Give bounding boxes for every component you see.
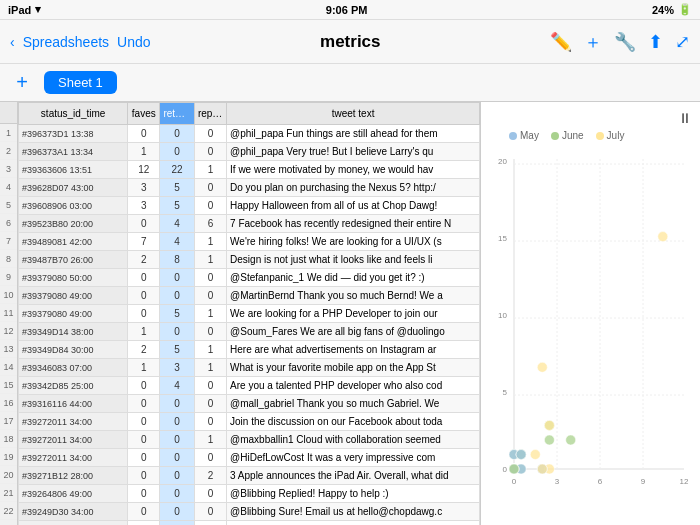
cell-retweets[interactable]: 5: [160, 305, 194, 323]
cell-retweets[interactable]: 8: [160, 251, 194, 269]
cell-replies[interactable]: 1: [194, 305, 226, 323]
sheet-tab[interactable]: Sheet 1: [44, 71, 117, 94]
cell-tweet-text[interactable]: @maxbballin1 Cloud with collaboration se…: [227, 431, 480, 449]
cell-faves[interactable]: 0: [128, 395, 160, 413]
cell-tweet-text[interactable]: 7 Facebook has recently redesigned their…: [227, 215, 480, 233]
cell-status-id-time[interactable]: #39342D85 25:00: [19, 377, 128, 395]
cell-status-id-time[interactable]: #39264806 49:00: [19, 485, 128, 503]
cell-replies[interactable]: 0: [194, 125, 226, 143]
cell-retweets[interactable]: 0: [160, 269, 194, 287]
undo-button[interactable]: Undo: [117, 34, 150, 50]
cell-retweets[interactable]: 5: [160, 341, 194, 359]
cell-retweets[interactable]: 22: [160, 161, 194, 179]
cell-tweet-text[interactable]: @MartinBernd Thank you so much Bernd! We…: [227, 287, 480, 305]
cell-faves[interactable]: 1: [128, 323, 160, 341]
cell-tweet-text[interactable]: @phil_papa Fun things are still ahead fo…: [227, 125, 480, 143]
cell-replies[interactable]: 0: [194, 521, 226, 526]
cell-faves[interactable]: 1: [128, 359, 160, 377]
cell-faves[interactable]: 0: [128, 449, 160, 467]
cell-status-id-time[interactable]: #39249D30 34:00: [19, 503, 128, 521]
cell-tweet-text[interactable]: If we were motivated by money, we would …: [227, 161, 480, 179]
table-row[interactable]: #39487B70 26:00281Design is not just wha…: [19, 251, 480, 269]
cell-status-id-time[interactable]: #39489081 42:00: [19, 233, 128, 251]
cell-tweet-text[interactable]: @Blibbing Replied! Happy to help :): [227, 485, 480, 503]
cell-tweet-text[interactable]: Do you plan on purchasing the Nexus 5? h…: [227, 179, 480, 197]
cell-retweets[interactable]: 0: [160, 323, 194, 341]
chart-pause-button[interactable]: ⏸: [678, 110, 692, 126]
cell-status-id-time[interactable]: #39363606 13:51: [19, 161, 128, 179]
table-row[interactable]: #39342D85 25:00040Are you a talented PHP…: [19, 377, 480, 395]
cell-replies[interactable]: 0: [194, 197, 226, 215]
cell-status-id-time[interactable]: #396373D1 13:38: [19, 125, 128, 143]
add-sheet-button[interactable]: +: [8, 69, 36, 97]
cell-retweets[interactable]: 4: [160, 215, 194, 233]
cell-replies[interactable]: 0: [194, 503, 226, 521]
cell-replies[interactable]: 2: [194, 467, 226, 485]
table-row[interactable]: #39379080 49:00000@MartinBernd Thank you…: [19, 287, 480, 305]
cell-tweet-text[interactable]: @mall_gabriel Thank you so much Gabriel.…: [227, 395, 480, 413]
table-row[interactable]: #39271B12 28:000023 Apple announces the …: [19, 467, 480, 485]
cell-faves[interactable]: 0: [128, 413, 160, 431]
cell-tweet-text[interactable]: @HiDefLowCost It was a very impressive c…: [227, 449, 480, 467]
cell-replies[interactable]: 1: [194, 233, 226, 251]
col-tweet-text[interactable]: tweet text: [227, 103, 480, 125]
table-row[interactable]: #39349D14 38:00100@Soum_Fares We are all…: [19, 323, 480, 341]
cell-retweets[interactable]: 3: [160, 359, 194, 377]
cell-status-id-time[interactable]: #39346083 07:00: [19, 359, 128, 377]
cell-faves[interactable]: 0: [128, 485, 160, 503]
table-row[interactable]: #39489081 42:00741We're hiring folks! We…: [19, 233, 480, 251]
cell-tweet-text[interactable]: We are looking for a PHP Developer to jo…: [227, 305, 480, 323]
cell-tweet-text[interactable]: Happy Halloween from all of us at Chop D…: [227, 197, 480, 215]
cell-replies[interactable]: 6: [194, 215, 226, 233]
cell-tweet-text[interactable]: What is your favorite mobile app on the …: [227, 359, 480, 377]
cell-faves[interactable]: 0: [128, 431, 160, 449]
cell-tweet-text[interactable]: @Soum_Fares We are all big fans of @duol…: [227, 323, 480, 341]
cell-replies[interactable]: 0: [194, 323, 226, 341]
cell-faves[interactable]: 0: [128, 125, 160, 143]
table-row[interactable]: #39523B80 20:000467 Facebook has recentl…: [19, 215, 480, 233]
cell-replies[interactable]: 0: [194, 395, 226, 413]
cell-faves[interactable]: 1: [128, 143, 160, 161]
cell-retweets[interactable]: 5: [160, 197, 194, 215]
cell-tweet-text[interactable]: Design is not just what it looks like an…: [227, 251, 480, 269]
cell-faves[interactable]: 0: [128, 215, 160, 233]
table-row[interactable]: #39346083 07:00131What is your favorite …: [19, 359, 480, 377]
cell-replies[interactable]: 1: [194, 161, 226, 179]
cell-faves[interactable]: 12: [128, 161, 160, 179]
col-replies[interactable]: replies: [194, 103, 226, 125]
cell-retweets[interactable]: 0: [160, 413, 194, 431]
cell-replies[interactable]: 0: [194, 269, 226, 287]
cell-faves[interactable]: 0: [128, 305, 160, 323]
cell-replies[interactable]: 1: [194, 431, 226, 449]
cell-status-id-time[interactable]: #39379080 49:00: [19, 287, 128, 305]
table-row[interactable]: #396373A1 13:34100@phil_papa Very true! …: [19, 143, 480, 161]
cell-retweets[interactable]: 0: [160, 143, 194, 161]
cell-retweets[interactable]: 4: [160, 233, 194, 251]
cell-tweet-text[interactable]: Are you a talented PHP developer who als…: [227, 377, 480, 395]
wrench-icon[interactable]: 🔧: [614, 31, 636, 53]
cell-tweet-text[interactable]: Join the discussion on our Facebook abou…: [227, 413, 480, 431]
cell-faves[interactable]: 3: [128, 197, 160, 215]
pencil-icon[interactable]: ✏️: [550, 31, 572, 53]
cell-tweet-text[interactable]: Here are what advertisements on Instagra…: [227, 341, 480, 359]
cell-retweets[interactable]: 0: [160, 431, 194, 449]
cell-retweets[interactable]: 0: [160, 485, 194, 503]
table-row[interactable]: #39233209 51:0016210By working only when…: [19, 521, 480, 526]
cell-status-id-time[interactable]: #39379080 50:00: [19, 269, 128, 287]
cell-retweets[interactable]: 21: [160, 521, 194, 526]
cell-retweets[interactable]: 0: [160, 125, 194, 143]
cell-faves[interactable]: 3: [128, 179, 160, 197]
cell-retweets[interactable]: 0: [160, 287, 194, 305]
cell-tweet-text[interactable]: We're hiring folks! We are looking for a…: [227, 233, 480, 251]
col-retweets[interactable]: retweets: [160, 103, 194, 125]
cell-replies[interactable]: 0: [194, 143, 226, 161]
cell-status-id-time[interactable]: #39628D07 43:00: [19, 179, 128, 197]
cell-replies[interactable]: 0: [194, 287, 226, 305]
cell-status-id-time[interactable]: #39233209 51:00: [19, 521, 128, 526]
cell-retweets[interactable]: 0: [160, 467, 194, 485]
table-row[interactable]: #39272011 34:00001@maxbballin1 Cloud wit…: [19, 431, 480, 449]
cell-faves[interactable]: 0: [128, 467, 160, 485]
cell-faves[interactable]: 0: [128, 503, 160, 521]
cell-tweet-text[interactable]: @phil_papa Very true! But I believe Larr…: [227, 143, 480, 161]
cell-status-id-time[interactable]: #39487B70 26:00: [19, 251, 128, 269]
